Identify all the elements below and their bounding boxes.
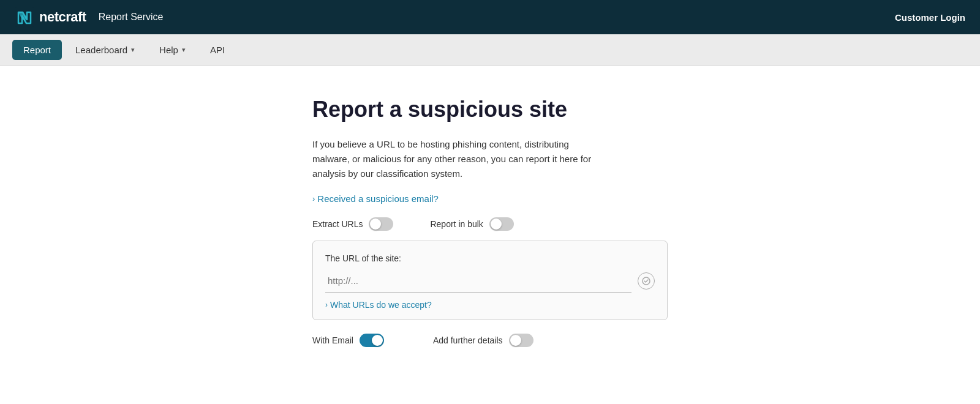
- add-further-details-toggle[interactable]: [509, 334, 533, 347]
- description-text: If you believe a URL to be hosting phish…: [312, 137, 606, 181]
- top-bar-left: netcraft Report Service: [15, 7, 164, 27]
- nav-help-button[interactable]: Help ▾: [148, 40, 197, 60]
- report-in-bulk-toggle[interactable]: [489, 217, 514, 231]
- url-input[interactable]: [325, 269, 631, 293]
- top-bar: netcraft Report Service Customer Login: [0, 0, 980, 34]
- url-label: The URL of the site:: [325, 253, 655, 263]
- logo: netcraft: [15, 7, 86, 27]
- toggle-row-top: Extract URLs Report in bulk: [312, 217, 668, 231]
- check-icon: [638, 272, 655, 290]
- toggle-row-bottom: With Email Add further details: [312, 334, 668, 347]
- content-box: Report a suspicious site If you believe …: [312, 97, 668, 347]
- nav-leaderboard-button[interactable]: Leaderboard ▾: [64, 40, 146, 60]
- extract-urls-toggle[interactable]: [369, 217, 393, 231]
- nav-api-button[interactable]: API: [199, 40, 236, 60]
- with-email-toggle[interactable]: [360, 334, 384, 347]
- customer-login-link[interactable]: Customer Login: [895, 12, 965, 23]
- url-input-box: The URL of the site: › What URLs do we a…: [312, 241, 668, 320]
- extract-urls-label: Extract URLs: [312, 219, 363, 229]
- with-email-group: With Email: [312, 334, 384, 347]
- logo-text: netcraft: [39, 9, 86, 25]
- help-chevron-icon: ▾: [182, 46, 186, 54]
- what-urls-link[interactable]: › What URLs do we accept?: [325, 300, 655, 310]
- suspicious-email-link[interactable]: › Received a suspicious email?: [312, 193, 668, 204]
- report-in-bulk-label: Report in bulk: [430, 219, 483, 229]
- add-further-details-label: Add further details: [433, 335, 503, 345]
- nav-report-button[interactable]: Report: [12, 40, 62, 60]
- leaderboard-chevron-icon: ▾: [131, 46, 135, 54]
- netcraft-logo-icon: [15, 7, 34, 27]
- page-title: Report a suspicious site: [312, 97, 668, 122]
- report-in-bulk-group: Report in bulk: [430, 217, 513, 231]
- main-content: Report a suspicious site If you believe …: [0, 66, 980, 404]
- with-email-label: With Email: [312, 335, 353, 345]
- extract-urls-group: Extract URLs: [312, 217, 393, 231]
- chevron-right-small-icon: ›: [325, 301, 328, 309]
- add-further-details-group: Add further details: [433, 334, 533, 347]
- secondary-nav: Report Leaderboard ▾ Help ▾ API: [0, 34, 980, 66]
- url-input-row: [325, 269, 655, 293]
- service-label: Report Service: [99, 12, 164, 23]
- chevron-right-icon: ›: [312, 194, 315, 203]
